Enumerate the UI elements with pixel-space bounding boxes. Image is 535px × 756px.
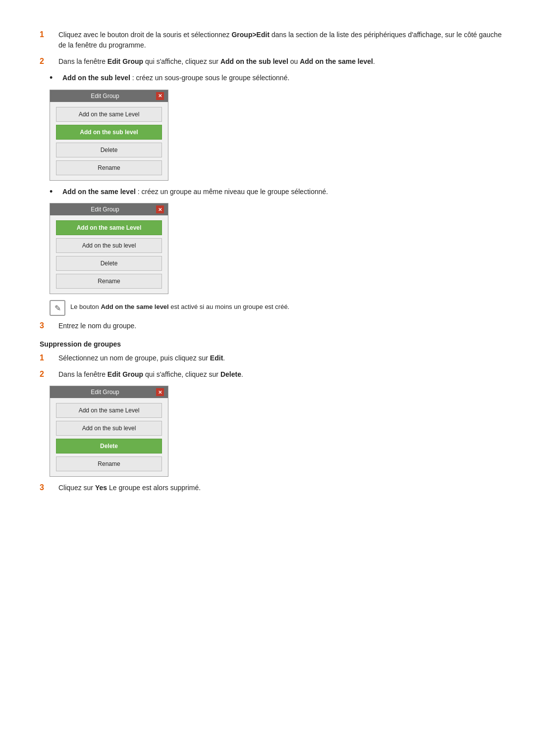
btn-same-level-1[interactable]: Add on the same Level [56,107,162,122]
dialog-body-1: Add on the same Level Add on the sub lev… [50,102,168,180]
step-number-2: 2 [40,57,54,66]
btn-rename-1[interactable]: Rename [56,160,162,175]
dialog-close-2[interactable]: ✕ [156,205,164,213]
btn-sub-level-1[interactable]: Add on the sub level [56,125,162,140]
btn-same-level-2[interactable]: Add on the same Level [56,220,162,235]
section2-step-1: 1 Sélectionnez un nom de groupe, puis cl… [40,353,505,363]
step-text-2: Dans la fenêtre Edit Group qui s'affiche… [58,56,505,67]
bullet-text-sub-level: Add on the sub level : créez un sous-gro… [62,73,289,83]
section2-step-3: 3 Cliquez sur Yes Le groupe est alors su… [40,483,505,493]
btn-sub-level-3[interactable]: Add on the sub level [56,421,162,436]
btn-same-level-3[interactable]: Add on the same Level [56,403,162,418]
dialog-close-3[interactable]: ✕ [156,388,164,396]
btn-delete-1[interactable]: Delete [56,143,162,157]
dialog-wrapper-1: Edit Group ✕ Add on the same Level Add o… [50,90,505,181]
bullet-sub-level: • Add on the sub level : créez un sous-g… [50,73,505,84]
note-text: Le bouton Add on the same level est acti… [70,300,289,312]
bullet-text-same-level: Add on the same level : créez un groupe … [62,187,328,197]
step-1: 1 Cliquez avec le bouton droit de la sou… [40,30,505,50]
step-3: 3 Entrez le nom du groupe. [40,321,505,331]
section2-step-number-1: 1 [40,353,54,362]
dialog-wrapper-3: Edit Group ✕ Add on the same Level Add o… [50,386,505,477]
dialog-close-1[interactable]: ✕ [156,92,164,100]
btn-delete-2[interactable]: Delete [56,256,162,271]
dialog-body-2: Add on the same Level Add on the sub lev… [50,215,168,294]
bullet-dot-2: • [50,187,58,198]
btn-sub-level-2[interactable]: Add on the sub level [56,238,162,253]
dialog-title-1: Edit Group [54,93,156,100]
section2-step-number-3: 3 [40,483,54,492]
note-icon: ✎ [50,300,65,316]
section2-step-number-2: 2 [40,370,54,379]
step-number-1: 1 [40,30,54,39]
btn-delete-3[interactable]: Delete [56,439,162,454]
section2-step-text-1: Sélectionnez un nom de groupe, puis cliq… [58,353,505,363]
dialog-title-2: Edit Group [54,206,156,213]
btn-rename-2[interactable]: Rename [56,274,162,289]
step-2: 2 Dans la fenêtre Edit Group qui s'affic… [40,56,505,67]
dialog-body-3: Add on the same Level Add on the sub lev… [50,398,168,476]
dialog-titlebar-3: Edit Group ✕ [50,386,168,398]
step-number-3: 3 [40,321,54,330]
section2-step-text-2: Dans la fenêtre Edit Group qui s'affiche… [58,369,505,380]
section2-step-text-3: Cliquez sur Yes Le groupe est alors supp… [58,483,505,493]
dialog-wrapper-2: Edit Group ✕ Add on the same Level Add o… [50,203,505,294]
bullet-same-level: • Add on the same level : créez un group… [50,187,505,198]
dialog-titlebar-2: Edit Group ✕ [50,203,168,215]
dialog-box-3: Edit Group ✕ Add on the same Level Add o… [50,386,168,477]
bullet-dot-1: • [50,73,58,84]
step-text-1: Cliquez avec le bouton droit de la souri… [58,30,505,50]
btn-rename-3[interactable]: Rename [56,456,162,471]
dialog-titlebar-1: Edit Group ✕ [50,90,168,102]
dialog-box-1: Edit Group ✕ Add on the same Level Add o… [50,90,168,181]
step-text-3: Entrez le nom du groupe. [58,321,505,331]
note-box: ✎ Le bouton Add on the same level est ac… [50,300,505,316]
dialog-box-2: Edit Group ✕ Add on the same Level Add o… [50,203,168,294]
section2-step-2: 2 Dans la fenêtre Edit Group qui s'affic… [40,369,505,380]
dialog-title-3: Edit Group [54,389,156,396]
section2-title: Suppression de groupes [40,340,505,348]
